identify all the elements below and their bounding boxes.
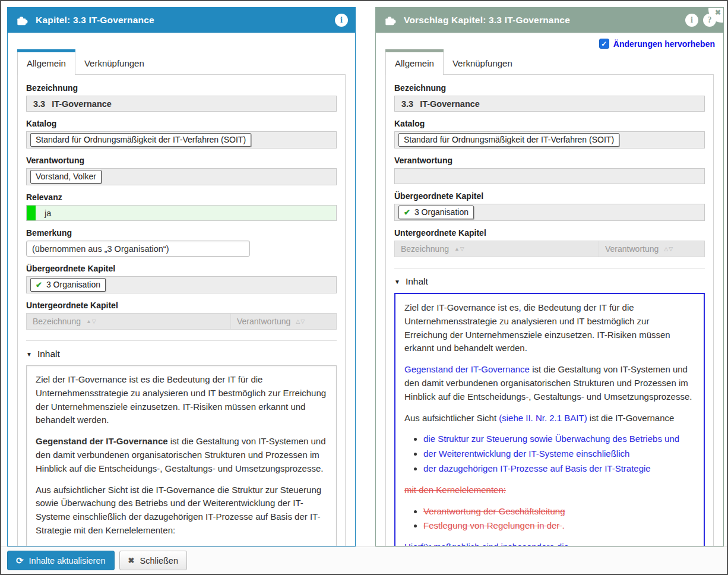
tab-verknuepfungen[interactable]: Verknüpfungen	[444, 52, 521, 75]
katalog-field: Standard für Ordnungsmäßigkeit der IT-Ve…	[26, 131, 337, 149]
bezeichnung-field: 3.3 IT-Governance	[394, 96, 705, 112]
highlight-changes-checkbox[interactable]: ✓	[599, 39, 609, 49]
panel-vorschlag-body: ✓ Änderungen hervorheben Allgemein Verkn…	[376, 33, 723, 546]
close-icon: ✖	[128, 556, 135, 565]
tab-verknuepfungen[interactable]: Verknüpfungen	[75, 52, 153, 75]
bemerkung-input[interactable]	[26, 241, 250, 257]
highlight-changes-label[interactable]: Änderungen hervorheben	[613, 39, 715, 49]
puzzle-icon	[383, 14, 397, 27]
untergeordnete-label: Untergeordnete Kapitel	[394, 228, 705, 238]
info-icon[interactable]: i	[335, 14, 348, 27]
chapter-name: IT-Governance	[52, 99, 112, 109]
untergeordnete-table-header: Bezeichnung ▲▽ Verantwortung △▽	[26, 313, 337, 330]
relevanz-indicator	[27, 206, 36, 220]
uebergeordnete-field: ✔ 3 Organisation	[394, 204, 705, 221]
verantwortung-label: Verantwortung	[26, 156, 337, 165]
inhalt-section-label: Inhalt	[37, 349, 60, 359]
column-label: Bezeichnung	[33, 317, 81, 326]
relevanz-value: ja	[45, 208, 51, 218]
bezeichnung-label: Bezeichnung	[26, 83, 337, 93]
column-label: Verantwortung	[605, 244, 659, 254]
sort-icon: △▽	[664, 246, 673, 252]
verantwortung-field	[394, 168, 705, 184]
tab-allgemein[interactable]: Allgemein	[17, 52, 75, 75]
katalog-chip[interactable]: Standard für Ordnungsmäßigkeit der IT-Ve…	[30, 133, 251, 147]
panel-vorschlag: Vorschlag Kapitel: 3.3 IT-Governance i ?…	[375, 7, 724, 546]
tab-panel-allgemein: Bezeichnung 3.3 IT-Governance Katalog St…	[385, 74, 714, 546]
uebergeordnetes-kapitel-chip[interactable]: ✔ 3 Organisation	[398, 206, 474, 219]
close-dialog-button[interactable]: ✖ Schließen	[119, 551, 187, 570]
tab-panel-allgemein: Bezeichnung 3.3 IT-Governance Katalog St…	[17, 74, 346, 546]
panel-chapter-title: Kapitel: 3.3 IT-Governance	[36, 15, 154, 26]
bemerkung-label: Bemerkung	[26, 228, 337, 238]
katalog-label: Katalog	[394, 119, 705, 128]
untergeordnete-table-header: Bezeichnung ▲▽ Verantwortung △▽	[394, 241, 705, 257]
column-label: Verantwortung	[237, 317, 290, 326]
column-header-verantwortung[interactable]: Verantwortung △▽	[230, 314, 336, 329]
panel-vorschlag-header: Vorschlag Kapitel: 3.3 IT-Governance i ?	[376, 8, 723, 33]
highlight-changes-toggle[interactable]: ✓ Änderungen hervorheben	[599, 39, 715, 49]
column-header-bezeichnung[interactable]: Bezeichnung ▲▽	[27, 314, 230, 329]
sort-icon: ▲▽	[454, 246, 465, 252]
katalog-chip[interactable]: Standard für Ordnungsmäßigkeit der IT-Ve…	[398, 133, 619, 147]
uebergeordnetes-kapitel-chip[interactable]: ✔ 3 Organisation	[30, 278, 106, 292]
verantwortung-field: Vorstand, Volker	[26, 168, 337, 185]
uebergeordnetes-kapitel-name: 3 Organisation	[414, 207, 469, 217]
chapter-name: IT-Governance	[420, 99, 480, 109]
check-icon: ✔	[36, 280, 42, 289]
inhalt-section-label: Inhalt	[406, 276, 428, 287]
column-header-verantwortung[interactable]: Verantwortung △▽	[599, 241, 704, 257]
check-icon: ✔	[404, 208, 410, 217]
verantwortung-chip[interactable]: Vorstand, Volker	[30, 170, 102, 184]
chapter-number: 3.3	[401, 99, 413, 109]
panel-vorschlag-title: Vorschlag Kapitel: 3.3 IT-Governance	[404, 15, 570, 26]
tab-bar: Allgemein Verknüpfungen	[385, 49, 714, 75]
uebergeordnetes-kapitel-name: 3 Organisation	[46, 280, 100, 289]
caret-down-icon: ▼	[394, 279, 400, 285]
inhalt-diff-view[interactable]: Ziel der IT-Governance ist es, die Bedeu…	[394, 293, 705, 546]
untergeordnete-label: Untergeordnete Kapitel	[26, 301, 337, 310]
column-label: Bezeichnung	[401, 244, 449, 254]
relevanz-field: ja	[26, 205, 337, 221]
relevanz-label: Relevanz	[26, 192, 337, 202]
puzzle-icon	[15, 14, 29, 27]
bezeichnung-label: Bezeichnung	[394, 83, 705, 93]
update-content-button[interactable]: ⟳ Inhalte aktualisieren	[7, 551, 115, 570]
panel-chapter: Kapitel: 3.3 IT-Governance i Allgemein V…	[7, 7, 356, 546]
divider	[26, 340, 337, 341]
sort-icon: ▲▽	[86, 318, 97, 324]
katalog-label: Katalog	[26, 119, 337, 128]
inhalt-editor[interactable]: Ziel der IT-Governance ist es die Bedeut…	[26, 365, 337, 546]
katalog-field: Standard für Ordnungsmäßigkeit der IT-Ve…	[394, 131, 705, 149]
tab-allgemein[interactable]: Allgemein	[385, 52, 444, 75]
divider	[394, 268, 705, 268]
chapter-number: 3.3	[33, 99, 45, 109]
close-dialog-label: Schließen	[140, 556, 178, 565]
chapter-compare-dialog: Kapitel: 3.3 IT-Governance i Allgemein V…	[0, 0, 728, 575]
refresh-icon: ⟳	[16, 555, 24, 566]
uebergeordnete-field: ✔ 3 Organisation	[26, 276, 337, 293]
verantwortung-label: Verantwortung	[394, 156, 705, 165]
dialog-footer: ⟳ Inhalte aktualisieren ✖ Schließen	[1, 546, 727, 574]
panel-chapter-header: Kapitel: 3.3 IT-Governance i	[8, 8, 355, 33]
info-icon[interactable]: i	[685, 14, 698, 27]
caret-down-icon: ▼	[26, 351, 32, 358]
close-icon: ✖	[715, 8, 721, 17]
uebergeordnete-label: Übergeordnete Kapitel	[394, 191, 705, 201]
inhalt-section-toggle[interactable]: ▼ Inhalt	[26, 349, 337, 359]
tab-bar: Allgemein Verknüpfungen	[17, 49, 346, 75]
update-content-label: Inhalte aktualisieren	[29, 556, 106, 565]
inhalt-section-toggle[interactable]: ▼ Inhalt	[394, 276, 705, 287]
bezeichnung-field: 3.3 IT-Governance	[26, 96, 337, 112]
sort-icon: △▽	[296, 318, 305, 324]
uebergeordnete-label: Übergeordnete Kapitel	[26, 264, 337, 273]
panel-chapter-body: Allgemein Verknüpfungen Bezeichnung 3.3 …	[8, 33, 355, 546]
column-header-bezeichnung[interactable]: Bezeichnung ▲▽	[395, 241, 599, 257]
